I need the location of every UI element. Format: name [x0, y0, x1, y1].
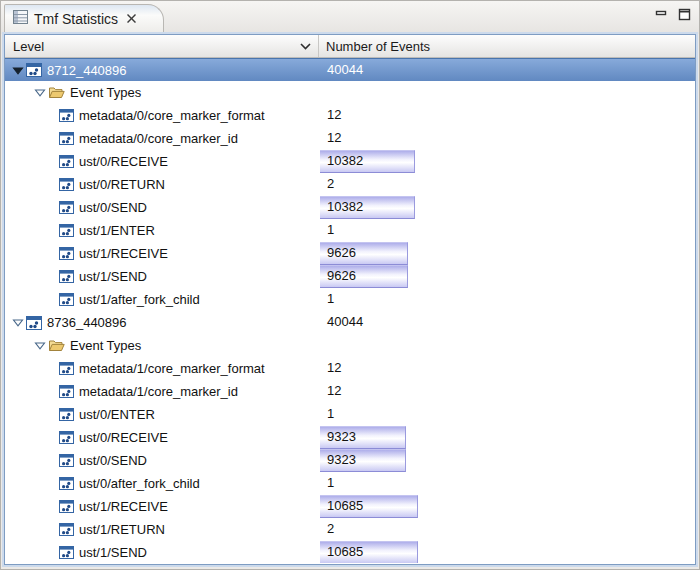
- events-cell: 40044: [319, 59, 695, 81]
- events-cell: 1: [319, 472, 695, 495]
- table-row[interactable]: ust/1/RETURN2: [5, 518, 695, 541]
- table-row[interactable]: ust/0/SEND10382: [5, 196, 695, 219]
- event-icon: [59, 546, 74, 559]
- row-value: 12: [327, 360, 341, 375]
- row-value: 10685: [327, 498, 363, 513]
- table-row[interactable]: metadata/0/core_marker_id12: [5, 127, 695, 150]
- row-label: ust/0/RETURN: [79, 177, 165, 192]
- table-row[interactable]: ust/0/ENTER1: [5, 403, 695, 426]
- maximize-icon[interactable]: [678, 8, 691, 21]
- table-row[interactable]: ust/0/RECEIVE9323: [5, 426, 695, 449]
- table-row[interactable]: Event Types: [5, 334, 695, 357]
- row-value: 1: [327, 475, 334, 490]
- row-value: 1: [327, 406, 334, 421]
- table-row[interactable]: ust/1/RECEIVE10685: [5, 495, 695, 518]
- table-row[interactable]: ust/1/SEND10685: [5, 541, 695, 563]
- events-cell: 9626: [319, 242, 695, 265]
- expander-icon[interactable]: [10, 317, 26, 328]
- events-cell: 12: [319, 127, 695, 150]
- table-row[interactable]: 8736_44089640044: [5, 311, 695, 334]
- row-value: 2: [327, 521, 334, 536]
- row-label: ust/0/SEND: [79, 453, 147, 468]
- event-icon: [59, 500, 74, 513]
- events-cell: 1: [319, 403, 695, 426]
- tab-tmf-statistics[interactable]: Tmf Statistics: [4, 4, 164, 34]
- table-row[interactable]: ust/1/ENTER1: [5, 219, 695, 242]
- events-cell: 1: [319, 288, 695, 311]
- event-icon: [59, 431, 74, 444]
- row-label: ust/1/after_fork_child: [79, 292, 200, 307]
- event-icon: [59, 224, 74, 237]
- expander-icon[interactable]: [32, 340, 48, 351]
- row-label: Event Types: [70, 338, 141, 353]
- row-value: 10382: [327, 199, 363, 214]
- view-buttons: [655, 8, 691, 21]
- row-label: ust/1/RECEIVE: [79, 246, 168, 261]
- row-label: ust/0/RECEIVE: [79, 154, 168, 169]
- table-row[interactable]: ust/0/after_fork_child1: [5, 472, 695, 495]
- event-icon: [59, 362, 74, 375]
- chevron-down-icon[interactable]: [299, 42, 312, 51]
- row-value: 1: [327, 222, 334, 237]
- events-cell: 10685: [319, 541, 695, 563]
- tree-rows: 8712_44089640044 Event Types metadata/0/…: [5, 58, 695, 563]
- events-cell: 2: [319, 518, 695, 541]
- row-label: ust/1/SEND: [79, 545, 147, 560]
- row-label: metadata/1/core_marker_id: [79, 384, 238, 399]
- event-icon: [59, 477, 74, 490]
- table-row[interactable]: ust/0/RETURN2: [5, 173, 695, 196]
- table-row[interactable]: metadata/1/core_marker_format12: [5, 357, 695, 380]
- table-row[interactable]: metadata/0/core_marker_format12: [5, 104, 695, 127]
- trace-icon: [26, 316, 42, 330]
- row-label: ust/1/ENTER: [79, 223, 155, 238]
- expander-icon[interactable]: [32, 87, 48, 98]
- events-cell: 12: [319, 357, 695, 380]
- events-cell: 10382: [319, 196, 695, 219]
- row-value: 9323: [327, 452, 356, 467]
- events-cell: 12: [319, 104, 695, 127]
- row-label: ust/0/ENTER: [79, 407, 155, 422]
- row-value: 12: [327, 130, 341, 145]
- row-label: ust/1/RECEIVE: [79, 499, 168, 514]
- event-icon: [59, 109, 74, 122]
- column-header-number-of-events[interactable]: Number of Events: [319, 35, 695, 57]
- events-cell: 9626: [319, 265, 695, 288]
- event-icon: [59, 178, 74, 191]
- event-icon: [59, 132, 74, 145]
- events-cell: 9323: [319, 449, 695, 472]
- table-row[interactable]: metadata/1/core_marker_id12: [5, 380, 695, 403]
- row-value: 40044: [327, 62, 363, 77]
- row-value: 40044: [327, 314, 363, 329]
- row-label: ust/1/SEND: [79, 269, 147, 284]
- events-cell: 12: [319, 380, 695, 403]
- event-icon: [59, 201, 74, 214]
- minimize-icon[interactable]: [655, 9, 668, 20]
- column-header-level[interactable]: Level: [5, 35, 319, 57]
- column-events-label: Number of Events: [326, 39, 430, 54]
- close-icon[interactable]: [126, 13, 137, 24]
- table-row[interactable]: 8712_44089640044: [5, 58, 695, 81]
- row-label: ust/0/after_fork_child: [79, 476, 200, 491]
- table-row[interactable]: ust/1/after_fork_child1: [5, 288, 695, 311]
- tab-title: Tmf Statistics: [34, 11, 118, 27]
- table-row[interactable]: ust/0/SEND9323: [5, 449, 695, 472]
- row-label: metadata/0/core_marker_id: [79, 131, 238, 146]
- events-cell: 9323: [319, 426, 695, 449]
- trace-icon: [26, 63, 42, 77]
- row-label: 8712_440896: [47, 63, 127, 78]
- table-row[interactable]: ust/1/SEND9626: [5, 265, 695, 288]
- event-icon: [59, 385, 74, 398]
- expander-icon[interactable]: [10, 65, 26, 76]
- row-label: Event Types: [70, 85, 141, 100]
- row-value: 12: [327, 107, 341, 122]
- event-icon: [59, 270, 74, 283]
- row-value: 9626: [327, 268, 356, 283]
- events-cell: [319, 334, 695, 357]
- table-row[interactable]: ust/1/RECEIVE9626: [5, 242, 695, 265]
- table-row[interactable]: ust/0/RECEIVE10382: [5, 150, 695, 173]
- row-label: metadata/1/core_marker_format: [79, 361, 265, 376]
- statistics-table: Level Number of Events 8712_44089640044: [4, 34, 696, 565]
- table-header: Level Number of Events: [5, 35, 695, 58]
- events-cell: 2: [319, 173, 695, 196]
- table-row[interactable]: Event Types: [5, 81, 695, 104]
